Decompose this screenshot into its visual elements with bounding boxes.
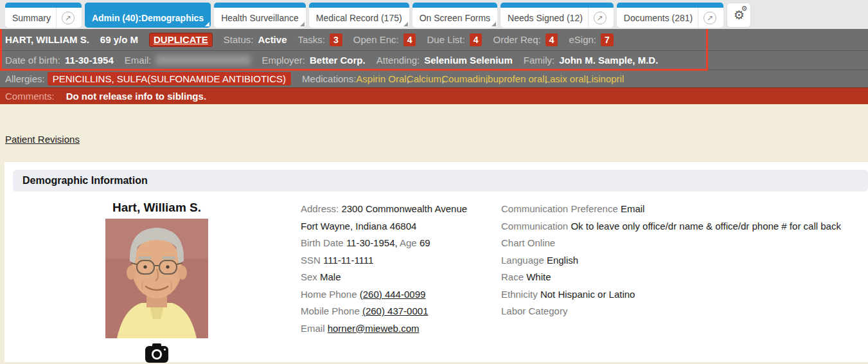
attending-label: Attending:	[376, 55, 420, 66]
patient-age-sex: 69 y/o M	[100, 34, 138, 45]
tab-dropdown-fold-icon[interactable]	[300, 22, 305, 26]
ethnicity-value: Not Hispanic or Latino	[540, 289, 635, 300]
email-label: Email:	[125, 55, 152, 66]
order-req-count-badge[interactable]: 4	[545, 33, 558, 46]
tab-summary[interactable]: Summary ↗	[5, 3, 82, 28]
age-value: 69	[420, 237, 430, 248]
labor-category-label: Labor Category	[501, 305, 567, 316]
duplicate-badge[interactable]: DUPLICATE	[149, 33, 213, 47]
tab-admin-demographics[interactable]: Admin (40):Demographics	[85, 3, 211, 28]
communication-label: Communication	[501, 221, 568, 232]
sex-line: Sex Male	[301, 269, 501, 286]
medication-link[interactable]: Lasix oral	[545, 73, 586, 84]
ssn-line: SSN 111-11-1111	[301, 252, 501, 269]
patient-header-row2: Date of birth:11-30-1954 Email: Employer…	[0, 50, 868, 69]
medication-link[interactable]: Lisinopril	[586, 73, 624, 84]
patient-display-name: Hart, William S.	[112, 201, 201, 215]
birth-date-label: Birth Date	[301, 237, 344, 248]
communication-preference-value: Email	[621, 203, 645, 214]
due-list-count-badge[interactable]: 4	[470, 33, 483, 46]
settings-button[interactable]: ⚙ ⚙	[727, 3, 751, 28]
tab-needs-signed[interactable]: Needs Signed (12) ↗	[500, 3, 614, 28]
medications-label: Medications:	[302, 73, 356, 84]
tab-accent-strip	[617, 3, 723, 8]
comments-value: Do not release info to siblings.	[66, 91, 206, 102]
communication-value: Ok to leave only office/dr name & office…	[571, 221, 841, 232]
chart-online-label: Chart Online	[501, 237, 555, 248]
tab-dropdown-fold-icon[interactable]	[205, 22, 209, 26]
open-enc-count-badge[interactable]: 4	[403, 33, 416, 46]
medication-link[interactable]: Coumadin	[441, 73, 485, 84]
ethnicity-label: Ethnicity	[501, 289, 538, 300]
section-header: Demographic Information	[13, 170, 868, 192]
birth-date-value: 11-30-1954,	[346, 237, 398, 248]
sex-label: Sex	[301, 271, 317, 282]
esign-count-badge[interactable]: 7	[601, 33, 614, 46]
tab-documents[interactable]: Documents (281) ↗	[617, 3, 723, 28]
tab-accent-strip	[412, 3, 497, 8]
tab-dropdown-fold-icon[interactable]	[492, 22, 496, 26]
photo-column: Hart, William S.	[13, 201, 301, 364]
tasks-count-badge[interactable]: 3	[330, 33, 342, 46]
age-label: Age	[400, 237, 417, 248]
dob-label: Date of birth:	[5, 55, 60, 66]
comments-label: Comments:	[5, 91, 55, 102]
medication-link[interactable]: Calcium	[407, 73, 441, 84]
external-link-icon[interactable]: ↗	[594, 12, 607, 24]
patient-revisions-link[interactable]: Patient Revisions	[5, 134, 80, 145]
status-label: Status:	[224, 34, 254, 45]
tab-medical-record[interactable]: Medical Record (175)	[309, 3, 409, 28]
upload-photo-button[interactable]	[144, 343, 170, 364]
demographics-card: Demographic Information Hart, William S.	[4, 162, 868, 362]
comments-row: Comments: Do not release info to sibling…	[0, 87, 868, 104]
tab-accent-strip	[85, 3, 211, 8]
tab-health-surveillance[interactable]: Health Surveillance	[214, 3, 306, 28]
family-label: Family:	[524, 55, 554, 66]
ssn-value: 111-11-1111	[323, 255, 373, 266]
patient-name: HART, WILLIAM S.	[5, 34, 89, 45]
patient-header: HART, WILLIAM S. 69 y/o M DUPLICATE Stat…	[0, 29, 868, 104]
allergies-row: Allergies: PENICILLINS, SULFA(SULFONAMID…	[0, 69, 868, 87]
status-value: Active	[258, 34, 287, 45]
cogs-icon-small: ⚙	[741, 5, 747, 12]
address-line1: Address: 2300 Commonwealth Avenue	[301, 201, 501, 218]
open-enc-label: Open Enc:	[353, 34, 399, 45]
employer-value: Better Corp.	[310, 55, 366, 66]
mobile-phone-line: Mobile Phone (260) 437-0001	[301, 303, 501, 320]
email-link[interactable]: horner@mieweb.com	[328, 323, 420, 334]
tab-label: Documents (281)	[624, 13, 693, 23]
address-value: 2300 Commonwealth Avenue	[341, 203, 467, 214]
labor-category-line: Labor Category	[501, 303, 868, 320]
address-line2: Fort Wayne, Indiana 46804	[301, 218, 501, 235]
race-line: Race White	[501, 269, 868, 286]
patient-header-row1: HART, WILLIAM S. 69 y/o M DUPLICATE Stat…	[0, 29, 868, 50]
language-label: Language	[501, 255, 544, 266]
tab-label: Health Surveillance	[221, 13, 299, 23]
email-value-redacted	[155, 55, 251, 65]
tab-divider	[56, 8, 57, 28]
external-link-icon[interactable]: ↗	[62, 12, 75, 24]
email-line: Email horner@mieweb.com	[301, 320, 501, 338]
tab-label: Needs Signed (12)	[508, 13, 583, 23]
sex-value: Male	[320, 271, 341, 282]
tab-accent-strip	[309, 3, 409, 8]
tab-on-screen-forms[interactable]: On Screen Forms	[412, 3, 497, 28]
birth-date-line: Birth Date 11-30-1954, Age 69	[301, 235, 501, 252]
medication-link[interactable]: Aspirin Oral	[356, 73, 406, 84]
medication-link[interactable]: ibuprofen oral	[486, 73, 545, 84]
tab-divider	[588, 8, 589, 28]
communication-preference-line: Communication Preference Email	[501, 201, 868, 218]
esign-label: eSign:	[569, 34, 596, 45]
family-value: John M. Sample, M.D.	[559, 55, 658, 66]
patient-photo[interactable]	[105, 219, 208, 338]
race-label: Race	[501, 271, 524, 282]
mobile-phone-link[interactable]: (260) 437-0001	[362, 305, 429, 316]
tab-dropdown-fold-icon[interactable]	[403, 22, 408, 26]
external-link-icon[interactable]: ↗	[704, 12, 716, 24]
home-phone-link[interactable]: (260) 444-0099	[360, 289, 426, 300]
allergies-badge[interactable]: PENICILLINS, SULFA(SULFONAMIDE ANTIBIOTI…	[48, 72, 291, 86]
preferences-column: Communication Preference Email Communica…	[501, 201, 868, 364]
communication-line: Communication Ok to leave only office/dr…	[501, 218, 868, 235]
race-value: White	[526, 271, 551, 282]
language-line: Language English	[501, 252, 868, 269]
